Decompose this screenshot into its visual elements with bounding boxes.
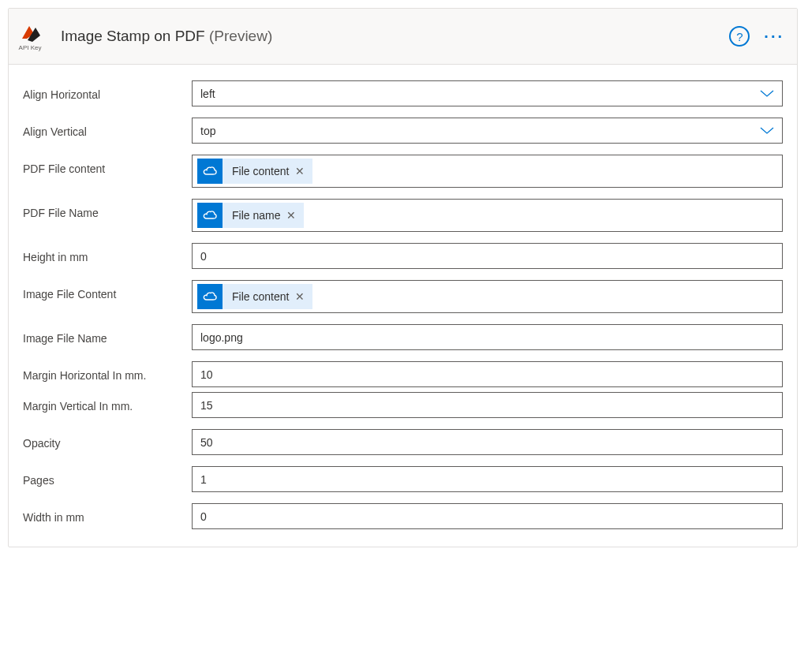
ellipsis-icon: ··· xyxy=(764,28,784,45)
input-pdf-content[interactable]: File content ✕ xyxy=(192,155,783,188)
header-actions: ? ··· xyxy=(729,26,787,47)
input-margin-horizontal[interactable] xyxy=(192,361,783,387)
label-pages: Pages xyxy=(23,466,192,488)
card-body: Align Horizontal left Align Vertical top xyxy=(9,65,797,547)
row-pdf-content: PDF File content File content ✕ xyxy=(23,155,783,188)
cloud-icon xyxy=(197,159,223,184)
token-remove-button[interactable]: ✕ xyxy=(294,291,306,302)
label-margin-vertical: Margin Vertical In mm. xyxy=(23,392,192,414)
card-title: Image Stamp on PDF (Preview) xyxy=(61,28,720,45)
row-margin-horizontal: Margin Horizontal In mm. xyxy=(23,361,783,387)
label-width-mm: Width in mm xyxy=(23,503,192,525)
connector-icon: API Key xyxy=(9,15,51,58)
token-label: File content xyxy=(223,165,294,177)
row-margin-vertical: Margin Vertical In mm. xyxy=(23,392,783,418)
label-pdf-content: PDF File content xyxy=(23,155,192,177)
label-image-content: Image File Content xyxy=(23,280,192,302)
api-key-label: API Key xyxy=(19,45,42,51)
select-value: left xyxy=(200,88,215,100)
action-card: API Key Image Stamp on PDF (Preview) ? ·… xyxy=(8,8,798,547)
input-height-mm[interactable] xyxy=(192,243,783,269)
row-height-mm: Height in mm xyxy=(23,243,783,269)
row-image-content: Image File Content File content ✕ xyxy=(23,280,783,313)
input-width-mm[interactable] xyxy=(192,503,783,529)
input-pages-field[interactable] xyxy=(200,473,774,486)
token-file-name[interactable]: File name ✕ xyxy=(197,203,304,228)
input-width-mm-field[interactable] xyxy=(200,510,774,523)
input-pages[interactable] xyxy=(192,466,783,492)
token-file-content[interactable]: File content ✕ xyxy=(197,284,312,309)
help-button[interactable]: ? xyxy=(729,26,750,47)
label-image-name: Image File Name xyxy=(23,324,192,346)
title-main: Image Stamp on PDF xyxy=(61,28,205,44)
cloud-icon xyxy=(197,203,223,228)
chevron-down-icon xyxy=(760,127,774,135)
cloud-icon xyxy=(197,284,223,309)
input-image-name-field[interactable] xyxy=(200,331,774,344)
label-opacity: Opacity xyxy=(23,429,192,451)
token-file-content[interactable]: File content ✕ xyxy=(197,159,312,184)
row-opacity: Opacity xyxy=(23,429,783,455)
input-pdf-name[interactable]: File name ✕ xyxy=(192,199,783,232)
label-align-vertical: Align Vertical xyxy=(23,118,192,140)
row-pages: Pages xyxy=(23,466,783,492)
input-margin-vertical[interactable] xyxy=(192,392,783,418)
token-label: File name xyxy=(223,209,285,222)
input-opacity-field[interactable] xyxy=(200,436,774,449)
row-width-mm: Width in mm xyxy=(23,503,783,529)
input-margin-horizontal-field[interactable] xyxy=(200,368,774,381)
label-margin-horizontal: Margin Horizontal In mm. xyxy=(23,361,192,383)
row-align-horizontal: Align Horizontal left xyxy=(23,80,783,106)
row-align-vertical: Align Vertical top xyxy=(23,118,783,144)
more-button[interactable]: ··· xyxy=(761,28,787,44)
select-value: top xyxy=(200,125,215,137)
token-remove-button[interactable]: ✕ xyxy=(285,210,297,221)
label-pdf-name: PDF File Name xyxy=(23,199,192,221)
label-height-mm: Height in mm xyxy=(23,243,192,265)
input-opacity[interactable] xyxy=(192,429,783,455)
row-image-name: Image File Name xyxy=(23,324,783,350)
title-suffix: (Preview) xyxy=(209,28,272,44)
select-align-horizontal[interactable]: left xyxy=(192,80,783,106)
input-image-content[interactable]: File content ✕ xyxy=(192,280,783,313)
input-image-name[interactable] xyxy=(192,324,783,350)
label-align-horizontal: Align Horizontal xyxy=(23,80,192,103)
select-align-vertical[interactable]: top xyxy=(192,118,783,144)
token-remove-button[interactable]: ✕ xyxy=(294,166,306,177)
input-margin-vertical-field[interactable] xyxy=(200,399,774,412)
row-pdf-name: PDF File Name File name ✕ xyxy=(23,199,783,232)
input-height-mm-field[interactable] xyxy=(200,250,774,263)
chevron-down-icon xyxy=(760,90,774,98)
help-icon: ? xyxy=(736,30,743,43)
token-label: File content xyxy=(223,290,294,303)
card-header: API Key Image Stamp on PDF (Preview) ? ·… xyxy=(9,9,797,65)
